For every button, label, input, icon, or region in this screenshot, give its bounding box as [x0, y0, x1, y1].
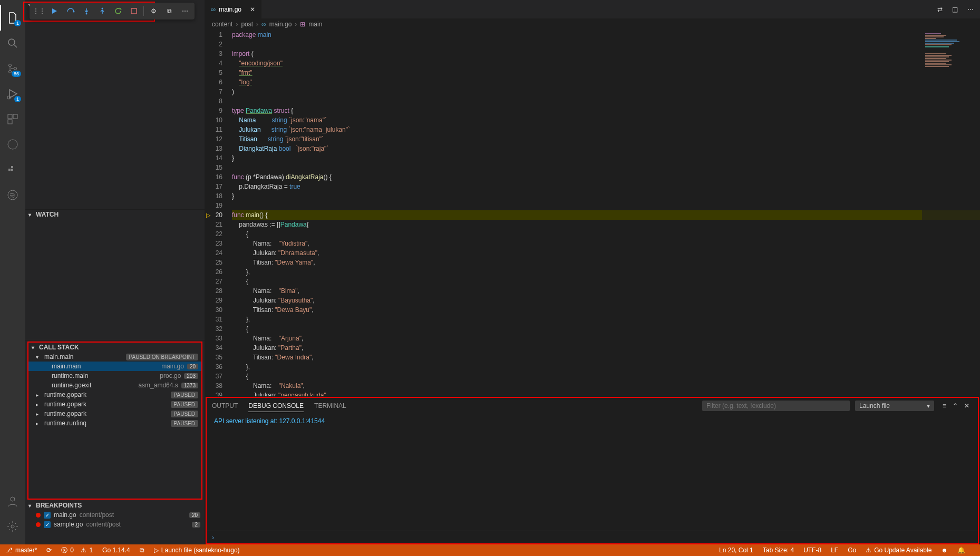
search-icon[interactable]: [0, 31, 25, 56]
debug-console-panel: OUTPUT DEBUG CONSOLE TERMINAL Launch fil…: [206, 397, 979, 544]
more-actions-icon[interactable]: ⋯: [967, 6, 974, 13]
watch-title: WATCH: [36, 211, 59, 218]
launch-config-status[interactable]: ▷Launch file (santekno-hugo): [154, 547, 240, 554]
debug-toolbar: ⋮⋮ ⚙ ⧉ ⋯: [30, 3, 195, 19]
run-debug-icon[interactable]: 1: [0, 81, 25, 106]
close-panel-icon[interactable]: ✕: [964, 402, 969, 409]
feedback-icon[interactable]: ☻: [941, 547, 948, 554]
svg-rect-14: [11, 169, 13, 171]
code-editor[interactable]: 1234567891011121314151617181920▷21222324…: [205, 30, 980, 396]
tab-terminal[interactable]: TERMINAL: [314, 400, 346, 412]
svg-point-1: [86, 13, 88, 15]
step-into-button[interactable]: [80, 5, 93, 17]
svg-point-17: [11, 497, 15, 501]
watch-section: ▾WATCH: [25, 210, 205, 340]
go-version[interactable]: Go 1.14.4: [102, 547, 130, 554]
tab-output[interactable]: OUTPUT: [212, 400, 238, 412]
stop-button[interactable]: [128, 5, 140, 17]
debug-icon: ▷: [154, 547, 159, 554]
drag-handle-icon[interactable]: ⋮⋮: [33, 5, 45, 17]
breakpoint-dot-icon: [36, 522, 41, 527]
remote-icon[interactable]: [0, 132, 25, 157]
cursor-position[interactable]: Ln 20, Col 1: [719, 547, 753, 554]
close-icon[interactable]: ✕: [250, 6, 255, 13]
source-control-icon[interactable]: 86: [0, 56, 25, 81]
docker-icon[interactable]: [0, 157, 25, 182]
chevron-down-icon: ▾: [927, 402, 930, 409]
panel-tab-bar: OUTPUT DEBUG CONSOLE TERMINAL Launch fil…: [207, 398, 978, 414]
go-update[interactable]: ⚠Go Update Available: [866, 547, 932, 554]
extensions-icon[interactable]: [0, 106, 25, 132]
svg-point-18: [11, 525, 14, 528]
tab-main-go[interactable]: ∞ main.go ✕: [205, 0, 261, 18]
stack-goroutine[interactable]: ▸runtime.goparkPAUSED: [28, 390, 201, 399]
split-editor-icon[interactable]: ◫: [952, 6, 958, 13]
language-mode[interactable]: Go: [848, 547, 856, 554]
console-output: API server listening at: 127.0.0.1:41544: [207, 414, 978, 531]
watch-header[interactable]: ▾WATCH: [25, 210, 205, 219]
debug-console-toggle-icon[interactable]: ⧉: [163, 5, 176, 17]
analysis-tools-icon[interactable]: ⧉: [140, 547, 144, 554]
step-over-button[interactable]: [64, 5, 77, 17]
svg-point-7: [14, 67, 17, 70]
svg-point-5: [9, 64, 12, 67]
breakpoints-section: ▾BREAKPOINTS ✓main.gocontent/post20✓samp…: [25, 501, 205, 544]
error-icon: ⓧ: [61, 546, 67, 555]
scm-badge: 86: [12, 71, 21, 77]
eol[interactable]: LF: [831, 547, 838, 554]
problems-indicator[interactable]: ⓧ0 ⚠1: [61, 546, 93, 555]
stack-frame[interactable]: main.mainmain.go20: [28, 362, 201, 371]
branch-indicator[interactable]: ⎇master*: [5, 547, 37, 554]
breakpoint-item[interactable]: ✓main.gocontent/post20: [25, 510, 205, 520]
step-out-button[interactable]: [96, 5, 109, 17]
breadcrumb[interactable]: content› post› ∞main.go› ⊞main: [205, 18, 980, 30]
callstack-header[interactable]: ▾CALL STACK: [28, 343, 201, 352]
launch-config-select[interactable]: Launch file▾: [855, 401, 934, 411]
settings-icon[interactable]: [0, 514, 25, 539]
svg-point-16: [8, 190, 17, 200]
repl-input[interactable]: ›: [207, 531, 978, 543]
notifications-icon[interactable]: 🔔: [957, 547, 965, 554]
stack-goroutine[interactable]: ▸runtime.goparkPAUSED: [28, 399, 201, 409]
chevron-up-icon[interactable]: ⌃: [953, 402, 958, 409]
stack-thread[interactable]: ▾ main.main PAUSED ON BREAKPOINT: [28, 352, 201, 362]
warning-icon: ⚠: [81, 547, 86, 554]
encoding[interactable]: UTF-8: [803, 547, 821, 554]
restart-button[interactable]: [112, 5, 124, 17]
stack-frame[interactable]: runtime.goexitasm_amd64.s1373: [28, 381, 201, 390]
tab-debug-console[interactable]: DEBUG CONSOLE: [248, 400, 304, 412]
breakpoints-header[interactable]: ▾BREAKPOINTS: [25, 501, 205, 510]
thread-status: PAUSED ON BREAKPOINT: [126, 354, 198, 360]
checkbox-icon[interactable]: ✓: [44, 512, 51, 519]
stack-frame[interactable]: runtime.mainproc.go203: [28, 371, 201, 381]
tab-label: main.go: [219, 6, 241, 13]
breakpoints-title: BREAKPOINTS: [36, 502, 82, 509]
tab-size[interactable]: Tab Size: 4: [763, 547, 794, 554]
minimap[interactable]: [922, 30, 980, 396]
breakpoint-item[interactable]: ✓sample.gocontent/post2: [25, 520, 205, 529]
callstack-section: ▾CALL STACK ▾ main.main PAUSED ON BREAKP…: [27, 342, 202, 500]
editor-area: ∞ main.go ✕ ⇄ ◫ ⋯ content› post› ∞main.g…: [205, 0, 980, 544]
function-icon: ⊞: [300, 21, 305, 28]
svg-point-12: [8, 140, 17, 149]
word-wrap-icon[interactable]: ≡: [943, 402, 946, 409]
continue-button[interactable]: [48, 5, 61, 17]
stack-goroutine[interactable]: ▸runtime.goparkPAUSED: [28, 409, 201, 418]
branch-icon: ⎇: [5, 547, 13, 554]
debug-settings-icon[interactable]: ⚙: [147, 5, 160, 17]
compare-icon[interactable]: ⇄: [937, 6, 943, 13]
more-icon[interactable]: ⋯: [179, 5, 191, 17]
svg-point-0: [73, 11, 75, 13]
svg-rect-15: [11, 166, 13, 168]
console-filter-input[interactable]: [702, 401, 850, 411]
accounts-icon[interactable]: [0, 489, 25, 514]
svg-rect-10: [13, 114, 17, 119]
tab-bar: ∞ main.go ✕ ⇄ ◫ ⋯: [205, 0, 980, 18]
sync-icon[interactable]: ⟳: [46, 547, 52, 554]
spotify-icon[interactable]: [0, 182, 25, 208]
svg-rect-3: [131, 8, 137, 14]
checkbox-icon[interactable]: ✓: [44, 521, 51, 528]
debug-sidebar: ▾VARIABLES ▾Local ▾WATCH ▾CALL STACK ▾ m…: [25, 0, 205, 544]
explorer-icon[interactable]: 1: [0, 5, 25, 31]
stack-goroutine[interactable]: ▸runtime.runfinqPAUSED: [28, 418, 201, 428]
